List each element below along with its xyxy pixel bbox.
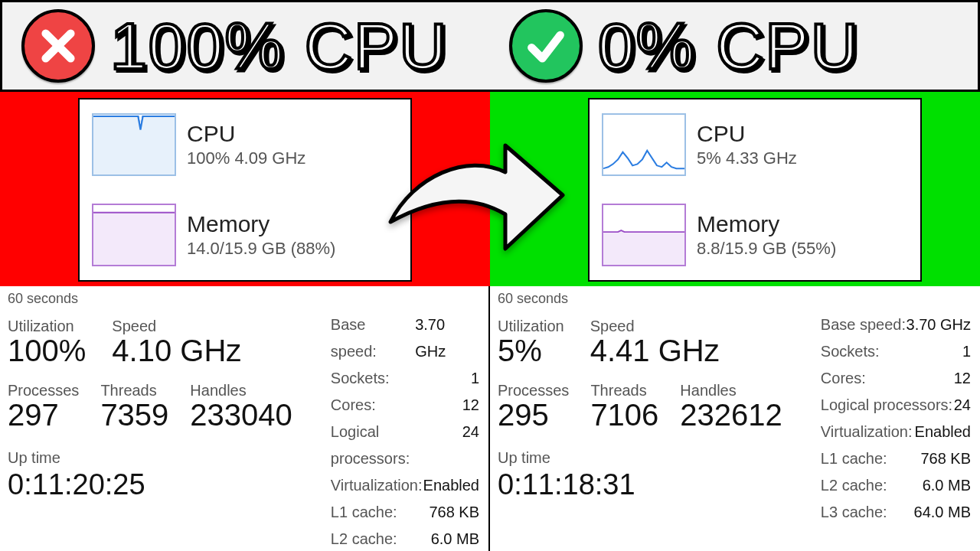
processes-label: Processes <box>8 382 79 399</box>
cpu-sub: 100% 4.09 GHz <box>187 148 305 168</box>
svg-rect-0 <box>93 213 175 265</box>
uptime-label: Up time <box>8 449 292 467</box>
cpu-sparkline-icon <box>92 113 176 176</box>
cpu-title: CPU <box>187 121 305 147</box>
memory-title: Memory <box>697 211 836 237</box>
taskmgr-mini-right: CPU 5% 4.33 GHz Memory 8.8/15.9 GB (55%) <box>588 98 922 282</box>
handles-value: 233040 <box>190 398 292 432</box>
cross-icon <box>21 9 95 83</box>
cpu-sparkline-icon <box>602 113 686 176</box>
threads-label: Threads <box>100 382 168 399</box>
memory-sparkline-icon <box>602 204 686 266</box>
cpu-row[interactable]: CPU 5% 4.33 GHz <box>590 99 920 190</box>
utilization-label: Utilization <box>8 318 86 335</box>
memory-sparkline-icon <box>92 204 176 266</box>
cpu-info-list: Base speed:3.70 GHz Sockets:1 Cores:12 L… <box>821 311 971 526</box>
threads-value: 7106 <box>590 398 658 432</box>
time-axis-label: 60 seconds <box>8 291 479 307</box>
time-axis-label: 60 seconds <box>498 291 971 307</box>
check-icon <box>509 9 583 83</box>
taskmgr-detail-left: 60 seconds Utilization 100% Speed 4.10 G… <box>0 286 490 551</box>
utilization-label: Utilization <box>498 318 564 335</box>
processes-value: 295 <box>498 398 569 432</box>
cpu-info-list: Base speed:3.70 GHz Sockets:1 Cores:12 L… <box>331 311 479 551</box>
taskmgr-mini-left: CPU 100% 4.09 GHz Memory 14.0/15.9 GB (8… <box>78 98 412 282</box>
svg-rect-1 <box>603 232 684 265</box>
threads-label: Threads <box>590 382 658 399</box>
handles-label: Handles <box>190 382 292 399</box>
handles-label: Handles <box>680 382 782 399</box>
speed-label: Speed <box>590 318 720 335</box>
memory-title: Memory <box>187 211 335 237</box>
utilization-value: 100% <box>8 334 86 368</box>
speed-label: Speed <box>112 318 241 335</box>
uptime-value: 0:11:18:31 <box>498 468 782 501</box>
headline-good: 0% CPU <box>490 9 978 83</box>
cpu-title: CPU <box>697 121 797 147</box>
cpu-sub: 5% 4.33 GHz <box>697 148 797 168</box>
headline-bad: 100% CPU <box>2 9 490 83</box>
uptime-value: 0:11:20:25 <box>8 468 292 501</box>
threads-value: 7359 <box>100 398 168 432</box>
handles-value: 232612 <box>680 398 782 432</box>
cpu-row[interactable]: CPU 100% 4.09 GHz <box>80 99 410 190</box>
memory-row[interactable]: Memory 8.8/15.9 GB (55%) <box>590 190 920 280</box>
headline-banner: 100% CPU 0% CPU <box>0 0 980 92</box>
speed-value: 4.41 GHz <box>590 334 720 368</box>
speed-value: 4.10 GHz <box>112 334 241 368</box>
utilization-value: 5% <box>498 334 564 368</box>
memory-row[interactable]: Memory 14.0/15.9 GB (88%) <box>80 190 410 280</box>
processes-value: 297 <box>8 398 79 432</box>
headline-good-text: 0% CPU <box>598 13 860 79</box>
taskmgr-detail-right: 60 seconds Utilization 5% Speed 4.41 GHz… <box>490 286 980 551</box>
memory-sub: 14.0/15.9 GB (88%) <box>187 239 335 259</box>
headline-bad-text: 100% CPU <box>110 13 448 79</box>
memory-sub: 8.8/15.9 GB (55%) <box>697 239 836 259</box>
uptime-label: Up time <box>498 449 782 467</box>
processes-label: Processes <box>498 382 569 399</box>
